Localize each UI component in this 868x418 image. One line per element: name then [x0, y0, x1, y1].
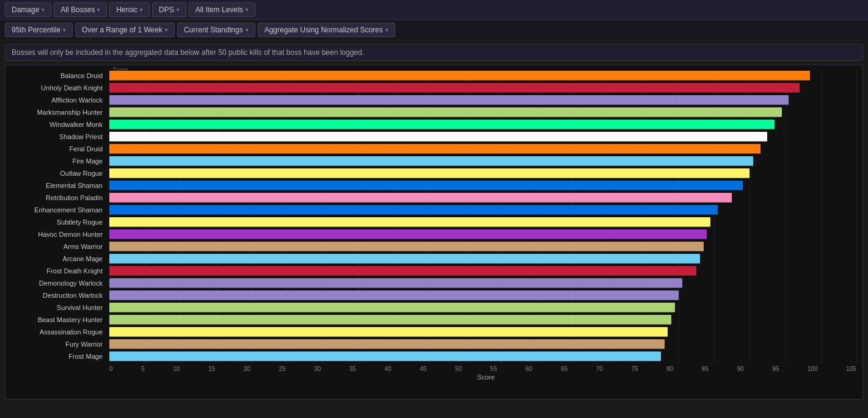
bar[interactable]: [109, 351, 661, 361]
bar[interactable]: [109, 120, 775, 129]
x-tick: 95: [772, 366, 779, 372]
bar-wrapper: [109, 119, 856, 131]
x-tick: 80: [666, 366, 673, 372]
row-label: Survival Hunter: [5, 302, 106, 314]
row-label: Enhancement Shaman: [5, 204, 106, 216]
bar[interactable]: [109, 254, 700, 264]
nav-btn-heroic[interactable]: Heroic ▾: [109, 2, 150, 17]
bar-wrapper: [109, 168, 856, 179]
x-tick: 60: [525, 366, 532, 372]
x-tick: 105: [846, 366, 856, 372]
x-tick: 15: [208, 366, 215, 372]
nav-btn-all-item-levels[interactable]: All Item Levels ▾: [189, 2, 255, 17]
x-tick: 30: [314, 366, 321, 372]
row-label: Assassination Rogue: [5, 326, 106, 338]
bar[interactable]: [109, 144, 760, 154]
filter-btn-standings[interactable]: Current Standings ▾: [177, 23, 255, 37]
chart-row: Frost Death Knight: [109, 265, 856, 277]
chart-row: Retribution Paladin: [109, 192, 856, 204]
chart-row: Arms Warrior: [109, 241, 856, 253]
x-tick: 45: [420, 366, 426, 372]
x-tick: 70: [596, 366, 603, 372]
chart-row: Feral Druid: [109, 143, 856, 155]
bar[interactable]: [109, 205, 718, 215]
x-tick: 0: [109, 366, 113, 372]
chart-row: Outlaw Rogue: [109, 168, 856, 179]
bar[interactable]: [109, 83, 800, 93]
chart-row: Arcane Mage: [109, 253, 856, 265]
bar[interactable]: [109, 266, 696, 276]
x-axis-label: Score: [5, 373, 863, 381]
chart-row: Demonology Warlock: [109, 278, 856, 289]
dropdown-arrow: ▾: [246, 7, 249, 13]
bar-wrapper: [109, 70, 856, 82]
chart-row: Balance Druid: [109, 70, 856, 82]
chart-row: Beast Mastery Hunter: [109, 314, 856, 326]
bar[interactable]: [109, 217, 710, 227]
x-tick: 5: [141, 366, 145, 372]
row-label: Beast Mastery Hunter: [5, 314, 106, 326]
chart-area: Balance DruidUnholy Death KnightAfflicti…: [5, 70, 863, 363]
filter-btn-range[interactable]: Over a Range of 1 Week ▾: [75, 23, 175, 37]
bar-wrapper: [109, 156, 856, 167]
bar-wrapper: [109, 143, 856, 155]
bar[interactable]: [109, 95, 789, 105]
row-label: Affliction Warlock: [5, 95, 106, 106]
x-tick: 25: [279, 366, 285, 372]
bar-wrapper: [109, 131, 856, 143]
dropdown-arrow: ▾: [140, 7, 143, 13]
bar-wrapper: [109, 302, 856, 314]
row-label: Balance Druid: [5, 70, 106, 82]
filter-btn-aggregate[interactable]: Aggregate Using Normalized Scores ▾: [258, 23, 395, 37]
dropdown-arrow: ▾: [97, 7, 100, 13]
bar[interactable]: [109, 229, 707, 239]
chart-row: Enhancement Shaman: [109, 204, 856, 216]
x-tick: 85: [702, 366, 709, 372]
bar[interactable]: [109, 339, 665, 349]
bar[interactable]: [109, 315, 671, 325]
chart-row: Assassination Rogue: [109, 326, 856, 338]
bar[interactable]: [109, 327, 668, 337]
row-label: Havoc Demon Hunter: [5, 229, 106, 240]
filter-btn-percentile[interactable]: 95th Percentile ▾: [5, 23, 73, 37]
nav-btn-damage[interactable]: Damage ▾: [5, 2, 51, 17]
row-label: Subtlety Rogue: [5, 217, 106, 228]
row-label: Marksmanship Hunter: [5, 107, 106, 118]
chart-row: Affliction Warlock: [109, 95, 856, 106]
x-tick: 65: [561, 366, 567, 372]
bar[interactable]: [109, 107, 782, 117]
bar-wrapper: [109, 278, 856, 289]
row-label: Shadow Priest: [5, 131, 106, 143]
row-label: Frost Mage: [5, 351, 106, 362]
bar[interactable]: [109, 181, 743, 190]
dropdown-arrow: ▾: [63, 27, 66, 33]
x-tick: 10: [173, 366, 180, 372]
chart-container: Zoom Balance DruidUnholy Death KnightAff…: [5, 65, 863, 400]
chart-row: Survival Hunter: [109, 302, 856, 314]
x-tick: 90: [737, 366, 744, 372]
row-label: Frost Death Knight: [5, 265, 106, 277]
nav-btn-all-bosses[interactable]: All Bosses ▾: [54, 2, 107, 17]
row-label: Windwalker Monk: [5, 119, 106, 131]
bar[interactable]: [109, 303, 675, 312]
dropdown-arrow: ▾: [42, 7, 45, 13]
row-label: Destruction Warlock: [5, 290, 106, 301]
chart-row: Marksmanship Hunter: [109, 107, 856, 118]
row-label: Outlaw Rogue: [5, 168, 106, 179]
x-tick: 50: [455, 366, 462, 372]
info-bar: Bosses will only be included in the aggr…: [5, 44, 863, 61]
row-label: Elemental Shaman: [5, 180, 106, 192]
bar[interactable]: [109, 156, 753, 166]
chart-row: Destruction Warlock: [109, 290, 856, 301]
nav-btn-dps[interactable]: DPS ▾: [152, 2, 186, 17]
bar-wrapper: [109, 241, 856, 253]
bar[interactable]: [109, 71, 810, 81]
chart-row: Subtlety Rogue: [109, 217, 856, 228]
bar[interactable]: [109, 290, 679, 300]
bar[interactable]: [109, 242, 704, 251]
bar[interactable]: [109, 278, 682, 288]
bar[interactable]: [109, 193, 732, 203]
bar-wrapper: [109, 290, 856, 301]
bar[interactable]: [109, 132, 767, 142]
bar[interactable]: [109, 168, 749, 178]
